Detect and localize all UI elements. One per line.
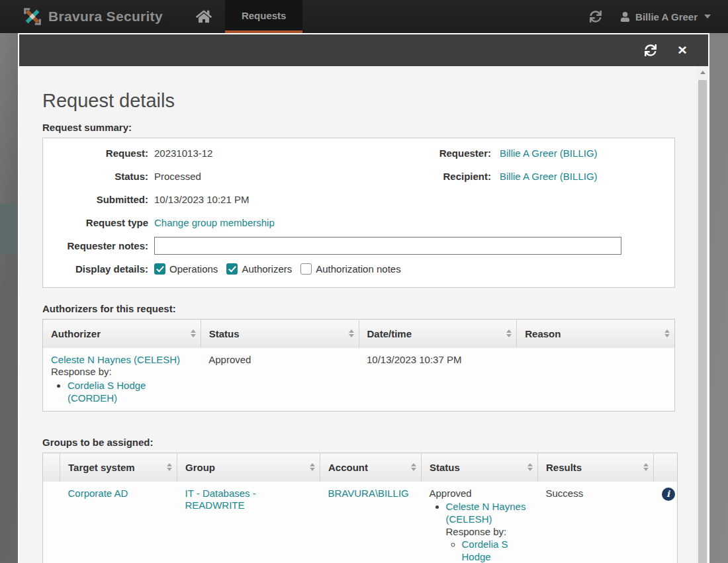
user-icon [620, 12, 630, 22]
page: Bravura Security Requests [0, 0, 728, 563]
dialog-titlebar: × [19, 34, 708, 66]
checkbox-operations-box[interactable] [154, 263, 165, 275]
user-name: Billie A Greer [635, 11, 698, 22]
checkbox-operations-label: Operations [169, 263, 218, 275]
list-item: Cordelia S Hodge (CORDEH) [68, 380, 193, 405]
summary-row-display-details: Display details: Operations Authorizers … [43, 257, 674, 281]
summary-heading: Request summary: [42, 122, 675, 133]
groups-heading: Groups to be assigned: [42, 437, 675, 448]
page-title: Request details [42, 90, 675, 112]
top-navbar: Bravura Security Requests [0, 0, 728, 33]
status-label: Status: [43, 171, 154, 182]
results-cell: Success [538, 482, 654, 563]
requester-notes-input[interactable] [154, 237, 621, 255]
target-system-link[interactable]: Corporate AD [68, 488, 128, 499]
navbar-right: Billie A Greer [590, 0, 711, 33]
col-reason[interactable]: Reason [517, 320, 675, 348]
status-cell: Approved [201, 348, 359, 411]
account-cell: BRAVURA\BILLIG [320, 482, 422, 563]
dialog-close-icon[interactable]: × [678, 43, 687, 58]
group-cell: IT - Databases - READWRITE [177, 482, 320, 563]
requests-tab[interactable]: Requests [225, 0, 303, 33]
col-status[interactable]: Status [201, 320, 359, 348]
authorizers-table: Authorizer Status Date/time Reason [42, 319, 675, 411]
sort-icon [191, 329, 196, 337]
display-details-label: Display details: [43, 263, 154, 275]
status-value: Processed [154, 171, 201, 182]
request-details-dialog: × Request details Request summary: Reque… [18, 33, 709, 563]
group-response-by-link[interactable]: Cordelia S Hodge (CORDEH) [462, 539, 512, 563]
col-target-system-label: Target system [68, 462, 135, 473]
col-reason-label: Reason [525, 328, 561, 339]
brand[interactable]: Bravura Security [23, 0, 163, 33]
group-authorizer-link[interactable]: Celeste N Haynes (CELESH) [446, 501, 526, 525]
group-status-value: Approved [430, 488, 530, 500]
request-type-label: Request type [43, 217, 154, 228]
summary-row-submitted: Submitted: 10/13/2023 10:21 PM [43, 188, 674, 211]
submitted-label: Submitted: [43, 194, 154, 205]
authorizers-header-row: Authorizer Status Date/time Reason [43, 320, 675, 348]
sort-icon [506, 329, 512, 337]
dialog-refresh-icon[interactable] [645, 44, 657, 56]
target-system-cell: Corporate AD [60, 482, 177, 563]
account-link[interactable]: BRAVURA\BILLIG [328, 488, 409, 499]
checkbox-authorizers-box[interactable] [226, 263, 238, 275]
reason-cell [517, 348, 675, 411]
checkbox-authorization-notes-box[interactable] [300, 263, 312, 275]
sort-icon [411, 463, 416, 471]
checkbox-authorization-notes[interactable]: Authorization notes [300, 263, 400, 275]
response-by-link[interactable]: Cordelia S Hodge (CORDEH) [68, 380, 146, 404]
summary-row-status: Status: Processed Recipient: Billie A Gr… [43, 165, 674, 188]
dialog-content: Request details Request summary: Request… [19, 66, 697, 563]
col-account-label: Account [328, 462, 368, 473]
authorizer-cell: Celeste N Haynes (CELESH) Response by: C… [43, 348, 201, 411]
col-group-status[interactable]: Status [422, 453, 538, 482]
checkbox-authorizers[interactable]: Authorizers [226, 263, 292, 275]
authorizer-row: Celeste N Haynes (CELESH) Response by: C… [43, 348, 675, 411]
checkbox-operations[interactable]: Operations [154, 263, 218, 275]
col-authorizer-label: Authorizer [51, 328, 101, 339]
user-menu[interactable]: Billie A Greer [620, 11, 711, 22]
group-row: Corporate AD IT - Databases - READWRITE … [43, 482, 678, 563]
response-by-label: Response by: [446, 526, 530, 539]
select-cell [43, 482, 60, 563]
sort-icon [643, 463, 649, 471]
scrollbar-up-button[interactable] [697, 66, 708, 79]
col-group[interactable]: Group [177, 453, 320, 482]
home-tab[interactable] [183, 0, 225, 33]
brand-name: Bravura Security [48, 9, 163, 24]
bravura-logo-icon [23, 7, 42, 26]
col-info [654, 453, 678, 482]
scrollbar-thumb[interactable] [698, 80, 707, 563]
col-datetime[interactable]: Date/time [359, 320, 517, 348]
summary-row-notes: Requester notes: [43, 234, 674, 257]
requester-link[interactable]: Billie A Greer (BILLIG) [500, 148, 598, 159]
col-group-label: Group [185, 462, 215, 473]
checkbox-authorizers-label: Authorizers [242, 263, 292, 275]
home-icon [196, 9, 212, 24]
sort-icon [167, 463, 172, 471]
datetime-cell: 10/13/2023 10:37 PM [359, 348, 517, 411]
navbar-refresh-icon[interactable] [590, 11, 602, 22]
col-account[interactable]: Account [320, 453, 422, 482]
col-authorizer[interactable]: Authorizer [43, 320, 201, 348]
group-link[interactable]: IT - Databases - READWRITE [185, 488, 256, 511]
response-by-label: Response by: [51, 366, 193, 378]
background-band [0, 204, 18, 255]
list-item: Cordelia S Hodge (CORDEH) [462, 539, 530, 563]
dialog-scrollbar[interactable] [697, 66, 708, 563]
authorizers-heading: Authorizers for this request: [42, 303, 675, 314]
info-icon[interactable]: i [662, 488, 675, 501]
recipient-link[interactable]: Billie A Greer (BILLIG) [500, 171, 598, 182]
authorizer-link[interactable]: Celeste N Haynes (CELESH) [51, 354, 180, 365]
request-type-link[interactable]: Change group membership [154, 217, 275, 228]
request-value: 20231013-12 [154, 148, 212, 159]
info-cell: i [654, 482, 678, 563]
col-target-system[interactable]: Target system [60, 453, 177, 482]
group-status-cell: Approved Celeste N Haynes (CELESH) Respo… [422, 482, 538, 563]
col-results-label: Results [546, 462, 582, 473]
col-datetime-label: Date/time [367, 328, 412, 339]
col-select[interactable] [43, 453, 60, 482]
col-group-status-label: Status [430, 462, 460, 473]
col-results[interactable]: Results [538, 453, 654, 482]
